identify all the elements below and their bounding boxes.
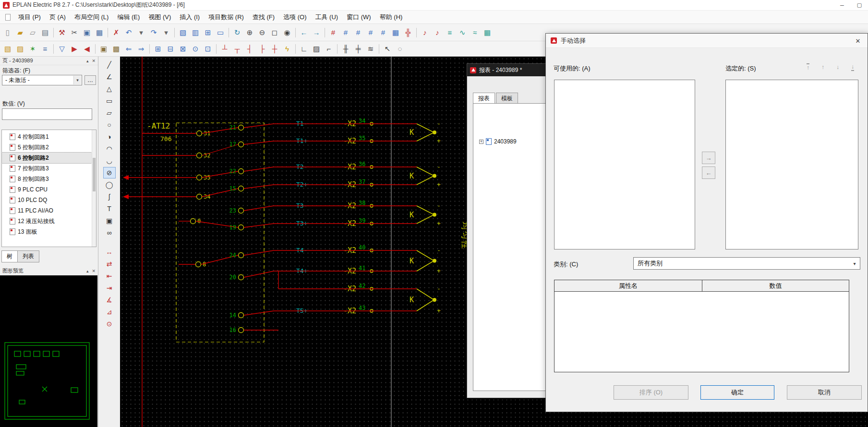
ok-button[interactable]: 确定 xyxy=(700,385,774,400)
move-first-button[interactable]: ↑ xyxy=(802,62,814,72)
redraw-icon[interactable]: ↻ xyxy=(231,27,243,38)
line-icon[interactable]: ╱ xyxy=(103,59,116,71)
align-horizontal-icon[interactable]: ╪ xyxy=(352,43,364,55)
t-node-left-icon[interactable]: ┤ xyxy=(244,43,255,55)
page-back-icon[interactable]: ← xyxy=(298,27,310,38)
circle-segment-icon[interactable]: ◑ xyxy=(103,131,116,142)
insert-busbar-icon[interactable]: ⊙ xyxy=(190,43,201,55)
menu-item-project-data[interactable]: 项目数据 (R) xyxy=(204,11,248,24)
menu-item-layout-space[interactable]: 布局空间 (L) xyxy=(70,11,113,24)
dim-linear-icon[interactable]: ↔ xyxy=(103,246,116,258)
grid-4-icon[interactable]: # xyxy=(365,27,376,38)
menu-item-page[interactable]: 页 (A) xyxy=(45,11,70,24)
ellipse-icon[interactable]: ◯ xyxy=(103,179,116,190)
zoom-window-icon[interactable]: ◻ xyxy=(269,27,280,38)
connection-point-icon[interactable]: ┼ xyxy=(269,43,280,55)
chevron-down-icon[interactable]: ▾ xyxy=(850,258,859,269)
monitor-icon[interactable]: ▭ xyxy=(215,27,226,38)
snap-toggle-icon[interactable]: ╬ xyxy=(402,27,414,38)
menu-item-utilities[interactable]: 工具 (U) xyxy=(311,11,342,24)
page-item[interactable]: 12 液压站接线 xyxy=(2,216,92,226)
dim-angle-icon[interactable]: ∡ xyxy=(103,294,116,306)
zoom-out-icon[interactable]: ⊖ xyxy=(256,27,268,38)
report-table-icon[interactable]: ▦ xyxy=(482,27,493,38)
insert-plc-icon[interactable]: ⊡ xyxy=(202,43,214,55)
menu-item-project[interactable]: 项目 (P) xyxy=(14,11,45,24)
align-vertical-icon[interactable]: ╫ xyxy=(340,43,351,55)
filter-icon[interactable]: ▽ xyxy=(56,43,68,55)
symbol-select-icon[interactable]: ✶ xyxy=(27,43,38,55)
tree-scrollbar-thumb[interactable] xyxy=(93,158,96,191)
insert-window-icon[interactable]: ▥ xyxy=(190,27,201,38)
grid-5-icon[interactable]: # xyxy=(377,27,389,38)
close-icon[interactable]: ✕ xyxy=(848,34,868,48)
expand-icon[interactable]: + xyxy=(479,140,483,144)
circle-icon[interactable]: ○ xyxy=(103,119,116,130)
insert-device-icon[interactable]: ⊞ xyxy=(152,43,164,55)
close-project-icon[interactable]: ▱ xyxy=(27,27,38,38)
dimension-icon[interactable]: ⌐ xyxy=(323,43,335,55)
panel-close-icon[interactable]: ✕ xyxy=(92,59,96,63)
menu-item-view[interactable]: 视图 (V) xyxy=(144,11,175,24)
preview-collapse-icon[interactable]: ▴ xyxy=(86,269,89,273)
dim-radius-icon[interactable]: ⊿ xyxy=(103,306,116,318)
polyline-icon[interactable]: ∠ xyxy=(103,71,116,83)
grid-3-icon[interactable]: # xyxy=(352,27,364,38)
zoom-in-icon[interactable]: ⊕ xyxy=(244,27,255,38)
maximize-button[interactable]: ▢ xyxy=(851,0,868,11)
transfer-left-button[interactable]: ← xyxy=(702,166,715,179)
settings-wrench-icon[interactable]: ⚒ xyxy=(56,27,68,38)
hatch-icon[interactable]: ▨ xyxy=(311,43,322,55)
circle-slash-icon[interactable]: ⊘ xyxy=(103,167,116,178)
hyperlink-icon[interactable]: ∞ xyxy=(103,227,116,238)
rectangle-icon[interactable]: ▭ xyxy=(103,95,116,107)
delete-icon[interactable]: ✗ xyxy=(110,27,122,38)
filter-combobox[interactable]: - 未激活 - ▾ xyxy=(2,75,82,85)
tree-scrollbar[interactable] xyxy=(92,130,96,247)
select-area-icon[interactable]: ◌ xyxy=(394,43,406,55)
page-item[interactable]: 8 控制回路3 xyxy=(2,174,92,184)
menu-item-edit[interactable]: 编辑 (E) xyxy=(113,11,144,24)
insert-terminal-icon[interactable]: ⊟ xyxy=(165,43,176,55)
undo-icon[interactable]: ↶ xyxy=(123,27,134,38)
menu-item-find[interactable]: 查找 (F) xyxy=(248,11,279,24)
angle-tool-icon[interactable]: ∟ xyxy=(298,43,310,55)
page-item[interactable]: 6 控制回路2 xyxy=(2,153,92,163)
column-header-value[interactable]: 数值 xyxy=(702,280,849,292)
category-combobox[interactable]: 所有类别 ▾ xyxy=(633,257,860,270)
menu-item-options[interactable]: 选项 (O) xyxy=(279,11,311,24)
potential-point-icon[interactable]: ϟ xyxy=(281,43,293,55)
page-item[interactable]: 5 控制回路2 xyxy=(2,142,92,153)
insert-cable-icon[interactable]: ⊠ xyxy=(177,43,189,55)
t-node-up-icon[interactable]: ┴ xyxy=(219,43,230,55)
panel-collapse-icon[interactable]: ▴ xyxy=(86,59,89,63)
tab-tree[interactable]: 树 xyxy=(1,250,18,262)
move-up-button[interactable]: ↑ xyxy=(817,62,829,72)
column-header-property[interactable]: 属性名 xyxy=(555,280,702,292)
selection-dialog-titlebar[interactable]: 手动选择 xyxy=(546,34,868,48)
redo-icon[interactable]: ↷ xyxy=(148,27,159,38)
graphic-window-icon[interactable]: ⊞ xyxy=(202,27,214,38)
page-item[interactable]: 7 控制回路3 xyxy=(2,163,92,174)
t-node-down-icon[interactable]: ┬ xyxy=(231,43,243,55)
chevron-down-icon[interactable]: ▾ xyxy=(73,76,81,84)
grid-1-icon[interactable]: # xyxy=(327,27,339,38)
potential-equal-icon[interactable]: ≡ xyxy=(444,27,456,38)
connection-wave-icon[interactable]: ∿ xyxy=(457,27,468,38)
minimize-button[interactable]: ─ xyxy=(833,0,851,11)
paste-icon[interactable]: ▦ xyxy=(94,27,105,38)
page-forward-icon[interactable]: → xyxy=(311,27,322,38)
protractor-icon[interactable]: ⊙ xyxy=(103,318,116,330)
goto-counterpart-icon[interactable]: ◀ xyxy=(81,43,93,55)
cut-icon[interactable]: ✂ xyxy=(69,27,80,38)
t-node-right-icon[interactable]: ├ xyxy=(256,43,268,55)
page-item[interactable]: 9 PLC CPU xyxy=(2,184,92,195)
transfer-right-button[interactable]: → xyxy=(702,152,715,164)
arc-center-icon[interactable]: ◡ xyxy=(103,155,116,166)
move-last-button[interactable]: ↓ xyxy=(846,62,859,72)
assign-format-icon[interactable]: ▩ xyxy=(110,43,122,55)
copy-icon[interactable]: ▣ xyxy=(81,27,93,38)
page-sort-icon[interactable]: ≡ xyxy=(39,43,51,55)
page-item[interactable]: 4 控制回路1 xyxy=(2,131,92,142)
dim-baseline-icon[interactable]: ⇤ xyxy=(103,270,116,282)
